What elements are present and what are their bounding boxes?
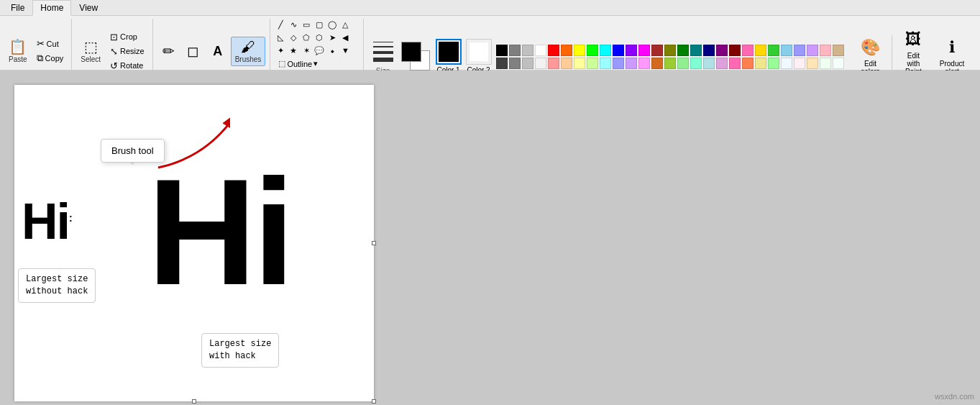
color-cyan[interactable]	[600, 45, 611, 56]
color-gray1[interactable]	[509, 58, 521, 69]
color-peach[interactable]	[561, 58, 572, 69]
shape-star4[interactable]: ✦	[275, 45, 286, 56]
color-darkgray1[interactable]	[496, 58, 508, 69]
color-lightmagenta[interactable]	[638, 58, 650, 69]
shape-star5[interactable]: ★	[288, 45, 299, 56]
copy-button[interactable]: ⧉ Copy	[33, 51, 68, 65]
color-teal[interactable]	[690, 45, 702, 56]
color-gray50[interactable]	[509, 45, 521, 56]
shape-star6[interactable]: ✶	[301, 45, 312, 56]
color-black[interactable]	[496, 45, 508, 56]
shape-pentagon[interactable]: ⬠	[301, 32, 312, 43]
color-lightgreen[interactable]	[587, 58, 598, 69]
select-button[interactable]: ⬚ Select	[76, 37, 105, 66]
resize-button[interactable]: ⤡ Resize	[106, 45, 148, 58]
edit-paint3d-icon: 🖼	[905, 30, 921, 49]
shape-diamond[interactable]: ◇	[288, 32, 299, 43]
color-darkgreen[interactable]	[677, 45, 689, 56]
color-brown[interactable]	[651, 45, 663, 56]
color-lavenderblush[interactable]	[794, 58, 805, 69]
tab-file[interactable]: File	[3, 0, 32, 16]
color-olive[interactable]	[664, 45, 676, 56]
pencil-button[interactable]: ✏	[157, 41, 180, 61]
color-pink[interactable]	[820, 45, 831, 56]
color-lavender[interactable]	[807, 45, 818, 56]
outline-dropdown[interactable]: ⬚ Outline ▾	[275, 58, 321, 70]
paste-icon: 📋	[9, 40, 27, 54]
paste-button[interactable]: 📋 Paste	[4, 37, 32, 66]
shape-arrow-l[interactable]: ◀	[339, 32, 351, 43]
color-aliceblue[interactable]	[781, 58, 792, 69]
tab-view[interactable]: View	[71, 0, 106, 16]
color2-label-group[interactable]: Color 2	[466, 39, 492, 74]
shape-rect[interactable]: ▭	[301, 19, 312, 30]
color-coral[interactable]	[742, 58, 754, 69]
color-red[interactable]	[548, 45, 559, 56]
shape-callout[interactable]: 💬	[313, 45, 325, 56]
color-lightcyan[interactable]	[600, 58, 611, 69]
color-blue[interactable]	[613, 45, 624, 56]
color-offwhite[interactable]	[535, 58, 546, 69]
color-silver[interactable]	[522, 45, 533, 56]
color-maroon[interactable]	[729, 45, 741, 56]
color-rose[interactable]	[742, 45, 754, 56]
handle-bottom-mid[interactable]	[192, 399, 196, 404]
color-magenta[interactable]	[638, 45, 650, 56]
color-lightblue[interactable]	[613, 58, 624, 69]
color-honeydew[interactable]	[820, 58, 831, 69]
size-button[interactable]	[370, 38, 397, 65]
shape-hexagon[interactable]: ⬡	[313, 32, 325, 43]
shape-ellipse[interactable]: ◯	[326, 19, 338, 30]
color1-box[interactable]	[401, 42, 421, 62]
color-gold[interactable]	[755, 45, 766, 56]
color-tan2[interactable]	[651, 58, 663, 69]
color-navy[interactable]	[703, 45, 715, 56]
color-khaki[interactable]	[755, 58, 766, 69]
color-purple[interactable]	[716, 45, 728, 56]
color-aquamarine[interactable]	[690, 58, 702, 69]
text-button[interactable]: A	[206, 42, 229, 60]
color-indigo[interactable]	[626, 45, 637, 56]
color-tan[interactable]	[833, 45, 844, 56]
paint-canvas[interactable]: Hi: Hi Largest sizewithout hack Largest …	[14, 85, 374, 401]
shape-curve[interactable]: ∿	[288, 19, 299, 30]
color-lightpurple[interactable]	[626, 58, 637, 69]
resize-icon: ⤡	[110, 46, 118, 57]
shape-more[interactable]: ▼	[339, 45, 351, 56]
color1-label-group[interactable]: Color 1	[436, 39, 462, 74]
tab-home[interactable]: Home	[32, 0, 71, 16]
color-mintcream[interactable]	[833, 58, 844, 69]
color1-selected[interactable]	[436, 39, 462, 65]
hi-large-text: Hi	[147, 164, 291, 300]
color-lightred[interactable]	[548, 58, 559, 69]
color-orange[interactable]	[561, 45, 572, 56]
color-green[interactable]	[587, 45, 598, 56]
color-sky[interactable]	[781, 45, 792, 56]
handle-bottom-right[interactable]	[372, 399, 376, 404]
color-lilac[interactable]	[716, 58, 728, 69]
crop-button[interactable]: ⊡ Crop	[106, 30, 148, 44]
shape-line[interactable]: ╱	[275, 19, 286, 30]
eraser-button[interactable]: ◻	[182, 41, 205, 61]
brushes-button[interactable]: 🖌 Brushes	[231, 37, 266, 66]
shape-right-tri[interactable]: ◺	[275, 32, 286, 43]
color-yellowgreen[interactable]	[664, 58, 676, 69]
shape-triangle[interactable]: △	[339, 19, 351, 30]
color-lightgreen2[interactable]	[677, 58, 689, 69]
cut-button[interactable]: ✂ Cut	[33, 37, 68, 50]
color-lightgray1[interactable]	[522, 58, 533, 69]
color-lime[interactable]	[768, 45, 779, 56]
color-periwinkle[interactable]	[794, 45, 805, 56]
color-lightyellow[interactable]	[574, 58, 585, 69]
shape-rounded-rect[interactable]: ▢	[313, 19, 325, 30]
color-palegreen[interactable]	[768, 58, 779, 69]
color-yellow[interactable]	[574, 45, 585, 56]
color2-selected[interactable]	[466, 39, 492, 65]
color-hotpink[interactable]	[729, 58, 741, 69]
handle-right-mid[interactable]	[372, 241, 376, 245]
shape-arrow-r[interactable]: ➤	[326, 32, 338, 43]
shape-scroll[interactable]: ⬥	[326, 45, 338, 56]
color-moccasin[interactable]	[807, 58, 818, 69]
color-white[interactable]	[535, 45, 546, 56]
color-powderblue[interactable]	[703, 58, 715, 69]
